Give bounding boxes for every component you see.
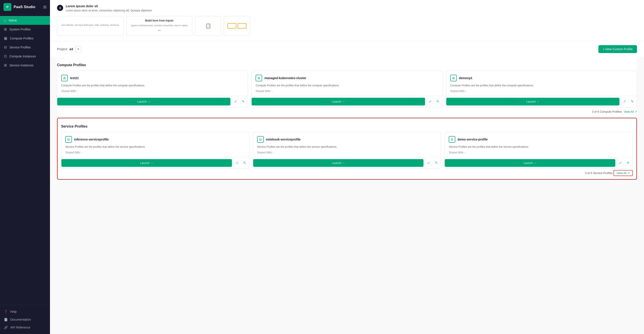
edit-icon[interactable]: ✎ bbox=[626, 160, 630, 166]
project-bar: Project a3 ▾ + New Custom Profile bbox=[50, 41, 644, 57]
shared-with: Shared With: - bbox=[256, 90, 438, 93]
sidebar-item-label: System Profiles bbox=[10, 28, 31, 31]
sidebar-header: P PaaS Studio ⊞ bbox=[0, 0, 50, 14]
service-profiles-icon: ⊟ bbox=[4, 45, 7, 49]
home-icon: ⌂ bbox=[4, 18, 6, 22]
app-logo: P bbox=[4, 3, 12, 11]
profile-description: Compute Profiles are the profiles that d… bbox=[61, 84, 244, 88]
step-3: 3 Lorem ipsum dolor sit Lorem ipsum dolo… bbox=[57, 4, 637, 12]
card-header: ⊞ test21 bbox=[61, 75, 244, 81]
sidebar-footer: ❓ Help 📄 Documentation 🔗 API Reference bbox=[0, 305, 50, 334]
edit-icon[interactable]: ✎ bbox=[242, 160, 247, 166]
edit-icon[interactable]: ✎ bbox=[241, 98, 246, 104]
compute-count-text: 3 of 6 Compute Profiles bbox=[592, 110, 622, 113]
footer-item-label: Documentation bbox=[10, 318, 31, 321]
launch-button[interactable]: Launch → bbox=[253, 159, 424, 167]
compute-profiles-icon: ▦ bbox=[4, 36, 7, 40]
service-instances-icon: ⊞ bbox=[4, 63, 7, 67]
edit-icon[interactable]: ✎ bbox=[434, 160, 438, 166]
card-header: ⊞ democp1 bbox=[450, 75, 633, 81]
sidebar-item-label: Compute Profiles bbox=[10, 36, 33, 40]
card-actions: Launch → ⤢ ✎ bbox=[253, 157, 441, 168]
compute-instances-icon: ⊡ bbox=[4, 54, 7, 58]
project-label: Project bbox=[57, 47, 67, 51]
service-view-all-link[interactable]: View All ↗ bbox=[614, 170, 633, 176]
wizard-card-3: 📋 bbox=[195, 16, 221, 36]
app-title: PaaS Studio bbox=[14, 5, 35, 9]
footer-item-label: Help bbox=[10, 310, 17, 314]
sidebar-item-label: Service Profiles bbox=[10, 46, 31, 49]
new-custom-profile-button[interactable]: + New Custom Profile bbox=[598, 45, 637, 53]
service-profiles-title: Service Profiles bbox=[61, 124, 633, 128]
card-actions: Launch → ⤢ ✎ bbox=[62, 157, 249, 168]
profile-name: inference-serviceprofile bbox=[74, 138, 109, 141]
launch-button[interactable]: Launch → bbox=[446, 98, 620, 106]
sidebar-item-home[interactable]: ⌂ Home bbox=[0, 16, 50, 25]
action-icons: ⤢ ✎ bbox=[234, 160, 249, 166]
grid-icon[interactable]: ⊞ bbox=[43, 4, 46, 10]
action-icons: ⤢ ✎ bbox=[617, 160, 632, 166]
sidebar-item-service-instances[interactable]: ⊞ Service Instances bbox=[0, 61, 50, 70]
shared-with: Shared With: - bbox=[61, 90, 244, 93]
footer-item-documentation[interactable]: 📄 Documentation bbox=[0, 316, 50, 324]
compute-profile-card-1: ⊞ test21 Compute Profiles are the profil… bbox=[57, 70, 248, 108]
share-icon[interactable]: ⤢ bbox=[235, 160, 239, 166]
profile-name: demo-service-profile bbox=[458, 138, 488, 141]
share-icon[interactable]: ⤢ bbox=[426, 160, 431, 166]
sidebar-item-compute-instances[interactable]: ⊡ Compute Instances bbox=[0, 52, 50, 61]
edit-icon[interactable]: ✎ bbox=[630, 98, 634, 104]
footer-item-help[interactable]: ❓ Help bbox=[0, 308, 50, 316]
launch-button[interactable]: Launch → bbox=[252, 98, 425, 106]
project-dropdown[interactable]: ▾ bbox=[75, 46, 81, 52]
card-actions: Launch → ⤢ ✎ bbox=[57, 96, 248, 107]
compute-profiles-grid: ⊞ test21 Compute Profiles are the profil… bbox=[57, 70, 637, 108]
wizard-section: 3 Lorem ipsum dolor sit Lorem ipsum dolo… bbox=[50, 0, 644, 41]
main-content: 3 Lorem ipsum dolor sit Lorem ipsum dolo… bbox=[50, 0, 644, 334]
sidebar-item-system-profiles[interactable]: ⊞ System Profiles bbox=[0, 25, 50, 34]
profile-description: Compute Profiles are the profiles that d… bbox=[450, 84, 633, 88]
launch-button[interactable]: Launch → bbox=[62, 159, 232, 167]
share-icon[interactable]: ⤢ bbox=[622, 98, 627, 104]
share-icon[interactable]: ⤢ bbox=[618, 160, 623, 166]
step-description: Lorem ipsum dolor sit amet, consectetur … bbox=[66, 9, 152, 12]
sidebar-item-service-profiles[interactable]: ⊟ Service Profiles bbox=[0, 43, 50, 52]
profile-icon: ⊟ bbox=[257, 136, 264, 143]
profile-name: notebook-serviceprofile bbox=[266, 138, 301, 141]
steps-list: 3 Lorem ipsum dolor sit Lorem ipsum dolo… bbox=[57, 4, 637, 12]
compute-view-all-row: 3 of 6 Compute Profiles View All ↗ bbox=[57, 108, 637, 115]
api-reference-icon: 🔗 bbox=[4, 326, 8, 329]
profile-description: Compute Profiles are the profiles that d… bbox=[256, 84, 438, 88]
project-selector: Project a3 ▾ bbox=[57, 46, 81, 52]
share-icon[interactable]: ⤢ bbox=[233, 98, 238, 104]
compute-view-all-link[interactable]: View All ↗ bbox=[624, 110, 637, 113]
project-value: a3 bbox=[70, 47, 73, 51]
sidebar-item-compute-profiles[interactable]: ▦ Compute Profiles bbox=[0, 34, 50, 43]
wizard-card-4 bbox=[224, 16, 250, 36]
card-actions: Launch → ⤢ ✎ bbox=[252, 96, 442, 107]
compute-profiles-section: Compute Profiles ⊞ test21 Compute Profil… bbox=[57, 57, 637, 116]
share-icon[interactable]: ⤢ bbox=[428, 98, 432, 104]
footer-item-api-reference[interactable]: 🔗 API Reference bbox=[0, 324, 50, 331]
service-profile-card-3: ⊟ demo-service-profile Service Profiles … bbox=[444, 132, 633, 169]
sidebar: P PaaS Studio ⊞ ⌂ Home ⊞ System Profiles… bbox=[0, 0, 50, 334]
launch-button[interactable]: Launch → bbox=[57, 98, 230, 106]
card-header: ⊟ demo-service-profile bbox=[449, 136, 629, 143]
profile-icon: ⊞ bbox=[256, 75, 262, 81]
help-icon: ❓ bbox=[4, 310, 8, 314]
card-actions: Launch → ⤢ ✎ bbox=[446, 96, 637, 107]
shared-with: Shared With: - bbox=[450, 90, 633, 93]
edit-icon[interactable]: ✎ bbox=[436, 98, 440, 104]
compute-profile-card-2: ⊞ managed-kubernetes-cluster Compute Pro… bbox=[252, 70, 442, 108]
service-profiles-section: Service Profiles ⊟ inference-serviceprof… bbox=[57, 118, 637, 180]
sidebar-item-label: Compute Instances bbox=[10, 54, 36, 58]
service-view-all-row: 3 of 5 Service Profiles View All ↗ bbox=[61, 169, 633, 176]
shared-with: Shared With: - bbox=[65, 151, 245, 154]
shared-with: Shared With: - bbox=[449, 151, 629, 154]
system-profiles-icon: ⊞ bbox=[4, 27, 7, 31]
action-icons: ⤢ ✎ bbox=[232, 98, 248, 104]
profile-description: Service Profiles are the profiles that d… bbox=[257, 145, 437, 149]
profile-name: democp1 bbox=[459, 76, 472, 80]
content-area: Compute Profiles ⊞ test21 Compute Profil… bbox=[50, 57, 644, 187]
compute-profile-card-3: ⊞ democp1 Compute Profiles are the profi… bbox=[446, 70, 637, 108]
launch-button[interactable]: Launch → bbox=[445, 159, 615, 167]
